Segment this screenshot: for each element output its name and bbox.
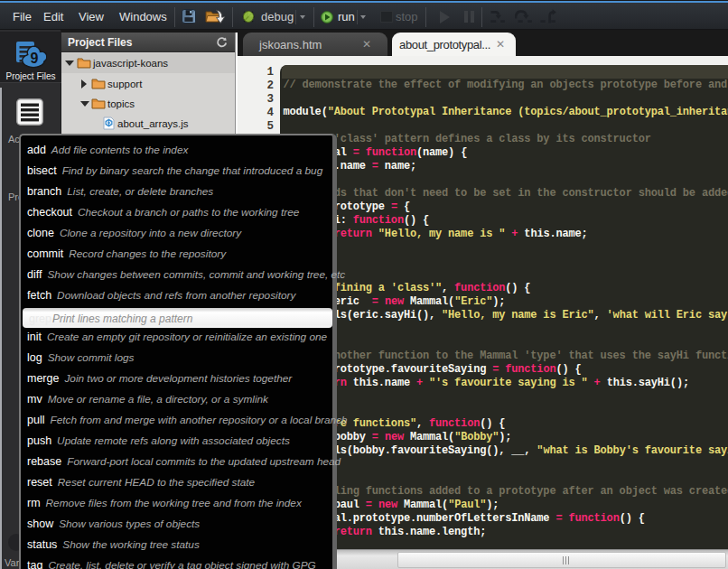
svg-text:9: 9 (31, 51, 39, 66)
